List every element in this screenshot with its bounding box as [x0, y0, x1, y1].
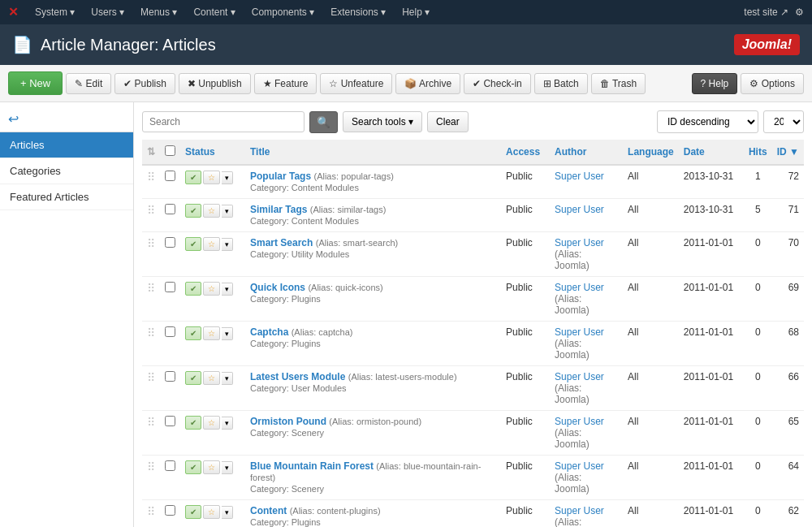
article-title-link[interactable]: Smart Search [250, 237, 313, 248]
feature-button[interactable]: ★ Feature [254, 73, 317, 94]
sidebar-item-categories[interactable]: Categories [0, 158, 133, 184]
article-title-link[interactable]: Popular Tags [250, 171, 311, 182]
batch-button[interactable]: ⊞ Batch [534, 73, 588, 94]
article-title-link[interactable]: Captcha [250, 326, 288, 338]
row-checkbox[interactable] [165, 326, 175, 337]
author-link[interactable]: Super User [555, 371, 604, 382]
drag-handle[interactable]: ⠿ [142, 232, 160, 277]
published-button[interactable]: ✔ [185, 204, 201, 218]
search-tools-button[interactable]: Search tools ▾ [343, 111, 422, 132]
article-title-link[interactable]: Blue Mountain Rain Forest [250, 460, 374, 472]
col-header-status[interactable]: Status [180, 140, 245, 165]
col-header-title[interactable]: Title [245, 140, 501, 165]
author-link[interactable]: Super User [555, 204, 604, 215]
drag-handle[interactable]: ⠿ [142, 322, 160, 366]
drag-handle[interactable]: ⠿ [142, 500, 160, 528]
status-dropdown[interactable]: ▾ [222, 171, 233, 184]
row-checkbox[interactable] [165, 416, 175, 426]
drag-handle[interactable]: ⠿ [142, 411, 160, 456]
featured-button[interactable]: ☆ [203, 326, 220, 340]
article-title-link[interactable]: Content [250, 505, 287, 516]
nav-help[interactable]: Help ▾ [395, 3, 436, 21]
author-link[interactable]: Super User [555, 460, 604, 472]
author-link[interactable]: Super User [555, 416, 604, 427]
unpublish-button[interactable]: ✖ Unpublish [179, 73, 251, 94]
status-dropdown[interactable]: ▾ [222, 506, 233, 519]
col-header-access[interactable]: Access [501, 140, 550, 165]
checkin-button[interactable]: ✔ Check-in [464, 73, 531, 94]
sidebar-item-featured[interactable]: Featured Articles [0, 184, 133, 210]
status-dropdown[interactable]: ▾ [222, 372, 233, 385]
published-button[interactable]: ✔ [185, 237, 201, 251]
author-link[interactable]: Super User [555, 505, 604, 516]
back-button[interactable]: ↩ [8, 112, 19, 126]
featured-button[interactable]: ☆ [203, 171, 220, 184]
featured-button[interactable]: ☆ [203, 371, 220, 385]
article-title-link[interactable]: Similar Tags [250, 204, 307, 215]
col-header-author[interactable]: Author [550, 140, 623, 165]
drag-handle[interactable]: ⠿ [142, 165, 160, 199]
nav-menus[interactable]: Menus ▾ [134, 3, 184, 21]
published-button[interactable]: ✔ [185, 505, 201, 519]
row-checkbox[interactable] [165, 204, 175, 214]
new-button[interactable]: + New [8, 71, 63, 95]
row-checkbox[interactable] [165, 505, 175, 516]
featured-button[interactable]: ☆ [203, 282, 220, 296]
status-dropdown[interactable]: ▾ [222, 461, 233, 474]
row-checkbox[interactable] [165, 171, 175, 181]
article-title-link[interactable]: Latest Users Module [250, 371, 345, 382]
per-page-select[interactable]: 20 10 50 100 [763, 110, 804, 133]
help-button[interactable]: ? Help [692, 73, 738, 94]
published-button[interactable]: ✔ [185, 416, 201, 430]
published-button[interactable]: ✔ [185, 326, 201, 340]
status-dropdown[interactable]: ▾ [222, 417, 233, 430]
published-button[interactable]: ✔ [185, 371, 201, 385]
author-link[interactable]: Super User [555, 282, 604, 293]
drag-handle[interactable]: ⠿ [142, 366, 160, 411]
status-dropdown[interactable]: ▾ [222, 327, 233, 340]
published-button[interactable]: ✔ [185, 460, 201, 474]
featured-button[interactable]: ☆ [203, 460, 220, 474]
col-header-date[interactable]: Date [679, 140, 744, 165]
col-header-language[interactable]: Language [623, 140, 679, 165]
featured-button[interactable]: ☆ [203, 237, 220, 251]
nav-extensions[interactable]: Extensions ▾ [324, 3, 392, 21]
edit-button[interactable]: ✎ Edit [66, 73, 111, 94]
row-checkbox[interactable] [165, 282, 175, 292]
status-dropdown[interactable]: ▾ [222, 283, 233, 296]
featured-button[interactable]: ☆ [203, 204, 220, 218]
drag-handle[interactable]: ⠿ [142, 199, 160, 232]
published-button[interactable]: ✔ [185, 171, 201, 184]
joomla-icon[interactable]: ✕ [8, 5, 19, 19]
published-button[interactable]: ✔ [185, 282, 201, 296]
archive-button[interactable]: 📦 Archive [395, 73, 460, 94]
clear-button[interactable]: Clear [427, 111, 469, 132]
article-title-link[interactable]: Ormiston Pound [250, 416, 326, 427]
row-checkbox[interactable] [165, 460, 175, 471]
status-dropdown[interactable]: ▾ [222, 238, 233, 251]
nav-components[interactable]: Components ▾ [245, 3, 321, 21]
author-link[interactable]: Super User [555, 171, 604, 182]
drag-handle[interactable]: ⠿ [142, 277, 160, 322]
article-title-link[interactable]: Quick Icons [250, 282, 305, 293]
author-link[interactable]: Super User [555, 326, 604, 338]
sidebar-item-articles[interactable]: Articles [0, 132, 133, 158]
featured-button[interactable]: ☆ [203, 505, 220, 519]
search-input[interactable] [142, 111, 304, 132]
row-checkbox[interactable] [165, 371, 175, 382]
unfeature-button[interactable]: ☆ Unfeature [320, 73, 392, 94]
drag-handle[interactable]: ⠿ [142, 456, 160, 500]
row-checkbox[interactable] [165, 237, 175, 248]
nav-system[interactable]: System ▾ [28, 3, 81, 21]
sort-select[interactable]: ID descending ID ascending Title descend… [657, 110, 758, 133]
test-site-link[interactable]: test site ↗ [744, 6, 788, 18]
nav-content[interactable]: Content ▾ [187, 3, 241, 21]
col-header-id[interactable]: ID ▼ [772, 140, 804, 165]
author-link[interactable]: Super User [555, 237, 604, 248]
featured-button[interactable]: ☆ [203, 416, 220, 430]
trash-button[interactable]: 🗑 Trash [591, 73, 646, 94]
select-all-checkbox[interactable] [165, 145, 175, 156]
nav-users[interactable]: Users ▾ [84, 3, 131, 21]
settings-icon[interactable]: ⚙ [795, 6, 804, 18]
options-button[interactable]: ⚙ Options [741, 73, 804, 94]
